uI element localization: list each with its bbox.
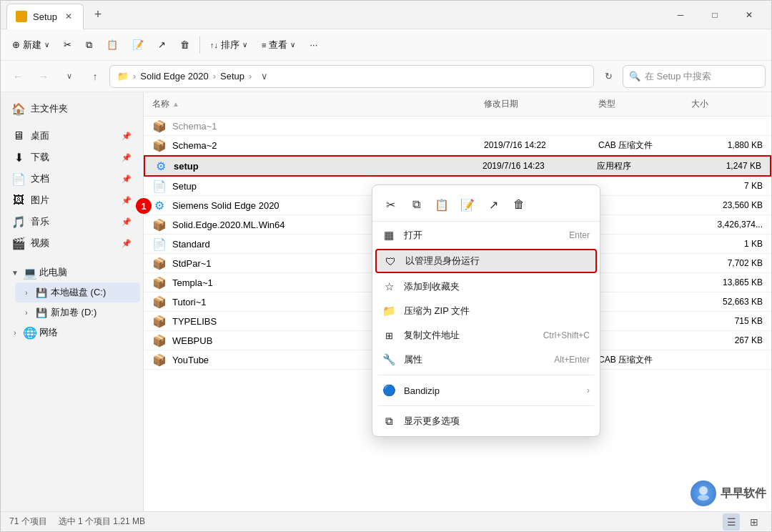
context-menu-toolbar: ✂ ⧉ 📋 📝 ↗ 🗑 bbox=[372, 188, 600, 222]
watermark-logo bbox=[691, 481, 716, 506]
svg-point-0 bbox=[699, 486, 708, 495]
sidebar-item-pictures[interactable]: 🖼 图片 📌 bbox=[4, 189, 140, 211]
sidebar-item-network[interactable]: › 🌐 网络 bbox=[4, 322, 140, 343]
ctx-properties-item[interactable]: 🔧 属性 Alt+Enter bbox=[372, 348, 600, 372]
more-options-button[interactable]: ··· bbox=[304, 36, 323, 54]
copy-button[interactable]: ⧉ bbox=[80, 36, 98, 54]
exe-file-icon: ⚙ bbox=[154, 159, 168, 173]
file-name: Schema~1 bbox=[172, 121, 217, 132]
drive-c-label: 本地磁盘 (C:) bbox=[51, 286, 106, 299]
dropdown-recent-button[interactable]: ∨ bbox=[58, 65, 81, 88]
network-label: 网络 bbox=[39, 326, 58, 339]
ctx-copy-path-item[interactable]: ⊞ 复制文件地址 Ctrl+Shift+C bbox=[372, 323, 600, 348]
new-button[interactable]: ⊕ 新建 ∨ bbox=[6, 35, 55, 55]
col-type-header[interactable]: 类型 bbox=[598, 95, 691, 113]
sort-label: 排序 bbox=[221, 39, 239, 51]
home-icon: 🏠 bbox=[12, 102, 25, 115]
forward-button[interactable]: → bbox=[32, 65, 55, 88]
ctx-run-admin-icon: 🛡 bbox=[384, 255, 397, 267]
file-size: 1,880 KB bbox=[691, 140, 763, 150]
file-name: Siemens Solid Edge 2020 bbox=[172, 200, 279, 211]
tiles-view-button[interactable]: ⊞ bbox=[746, 513, 763, 531]
file-row[interactable]: 📦 Schema~1 bbox=[144, 117, 771, 136]
sidebar-item-drive-d[interactable]: › 💾 新加卷 (D:) bbox=[15, 302, 140, 322]
file-row[interactable]: 📦 Schema~2 2019/7/16 14:22 CAB 压缩文件 1,88… bbox=[144, 136, 771, 155]
refresh-button[interactable]: ↻ bbox=[597, 65, 620, 88]
ctx-separator bbox=[378, 375, 594, 375]
address-path-bar[interactable]: 📁 › Solid Edge 2020 › Setup › ∨ bbox=[109, 65, 594, 88]
ctx-rename-button[interactable]: 📝 bbox=[455, 192, 480, 217]
ctx-copy-button[interactable]: ⧉ bbox=[404, 192, 428, 217]
sidebar-item-this-pc[interactable]: ▼ 💻 此电脑 bbox=[4, 262, 140, 282]
maximize-button[interactable]: □ bbox=[698, 4, 731, 26]
path-segment-1[interactable]: Solid Edge 2020 bbox=[140, 71, 208, 82]
col-size-header[interactable]: 大小 bbox=[691, 95, 763, 113]
ctx-paste-button[interactable]: 📋 bbox=[430, 192, 454, 217]
path-dropdown-button[interactable]: ∨ bbox=[256, 65, 273, 88]
file-size: 267 KB bbox=[691, 335, 763, 345]
col-name-header[interactable]: 名称 ▲ bbox=[152, 95, 484, 113]
file-size: 1 KB bbox=[691, 239, 763, 249]
ctx-share-button[interactable]: ↗ bbox=[481, 192, 505, 217]
sidebar-item-music[interactable]: 🎵 音乐 📌 bbox=[4, 211, 140, 232]
close-button[interactable]: ✕ bbox=[733, 4, 766, 26]
sidebar-item-documents[interactable]: 📄 文档 📌 bbox=[4, 168, 140, 189]
documents-icon: 📄 bbox=[12, 172, 25, 185]
share-icon: ↗ bbox=[158, 39, 166, 50]
file-name-cell: 📦 Schema~1 bbox=[152, 119, 484, 133]
new-label: 新建 bbox=[23, 39, 41, 51]
ctx-compress-item[interactable]: 📁 压缩为 ZIP 文件 bbox=[372, 299, 600, 323]
up-button[interactable]: ↑ bbox=[84, 65, 107, 88]
sidebar-item-desktop[interactable]: 🖥 桌面 📌 bbox=[4, 125, 140, 147]
minimize-button[interactable]: ─ bbox=[664, 4, 697, 26]
watermark-text: 早早软件 bbox=[721, 486, 766, 501]
watermark: 早早软件 bbox=[691, 481, 766, 506]
ctx-run-as-admin-item[interactable]: 🛡 以管理员身份运行 bbox=[375, 249, 597, 273]
sort-button[interactable]: ↑↓ 排序 ∨ bbox=[204, 35, 253, 55]
back-button[interactable]: ← bbox=[6, 65, 29, 88]
ctx-more-options-item[interactable]: ⧉ 显示更多选项 bbox=[372, 409, 600, 433]
ctx-cut-button[interactable]: ✂ bbox=[378, 192, 402, 217]
file-type: CAB 压缩文件 bbox=[598, 139, 691, 152]
ctx-favorite-icon: ☆ bbox=[382, 280, 395, 293]
file-size: 7 KB bbox=[691, 181, 763, 191]
videos-pin-icon: 📌 bbox=[122, 239, 132, 248]
file-row-setup[interactable]: ⚙ setup 2019/7/16 14:23 应用程序 1,247 KB bbox=[144, 155, 771, 177]
view-button[interactable]: ≡ 查看 ∨ bbox=[256, 35, 301, 55]
ctx-delete-button[interactable]: 🗑 bbox=[507, 192, 531, 217]
cab-file-icon: 📦 bbox=[152, 314, 167, 328]
ctx-open-shortcut: Enter bbox=[569, 230, 590, 240]
search-box[interactable]: 🔍 在 Setup 中搜索 bbox=[623, 65, 766, 88]
ctx-bandizip-item[interactable]: 🔵 Bandizip › bbox=[372, 378, 600, 403]
sidebar-item-drive-c[interactable]: › 💾 本地磁盘 (C:) bbox=[15, 282, 140, 302]
home-label: 主文件夹 bbox=[31, 102, 68, 115]
file-name: StdPar~1 bbox=[172, 258, 212, 269]
paste-button[interactable]: 📋 bbox=[101, 36, 124, 54]
window-controls: ─ □ ✕ bbox=[664, 4, 766, 26]
details-view-button[interactable]: ☰ bbox=[723, 513, 740, 531]
cut-button[interactable]: ✂ bbox=[58, 36, 77, 54]
downloads-icon: ⬇ bbox=[12, 151, 25, 164]
drive-d-label: 新加卷 (D:) bbox=[51, 306, 96, 319]
share-button[interactable]: ↗ bbox=[152, 36, 172, 54]
delete-button[interactable]: 🗑 bbox=[174, 36, 195, 54]
view-label: 查看 bbox=[269, 39, 287, 51]
ctx-open-item[interactable]: ▦ 打开 Enter bbox=[372, 223, 600, 247]
drive-d-expand-icon: › bbox=[21, 307, 32, 318]
new-tab-button[interactable]: + bbox=[86, 4, 109, 26]
ctx-properties-shortcut: Alt+Enter bbox=[554, 355, 590, 365]
new-icon: ⊕ bbox=[12, 39, 20, 50]
toolbar: ⊕ 新建 ∨ ✂ ⧉ 📋 📝 ↗ 🗑 ↑↓ 排序 ∨ ≡ 查看 bbox=[1, 29, 771, 61]
address-bar: ← → ∨ ↑ 📁 › Solid Edge 2020 › Setup › ∨ … bbox=[1, 61, 771, 92]
col-date-header[interactable]: 修改日期 bbox=[484, 95, 598, 113]
drive-c-expand-icon: › bbox=[21, 287, 32, 298]
sidebar-item-home[interactable]: 🏠 主文件夹 bbox=[4, 98, 140, 119]
path-segment-2[interactable]: Setup bbox=[220, 71, 244, 82]
active-tab[interactable]: Setup ✕ bbox=[6, 4, 84, 29]
tab-close-button[interactable]: ✕ bbox=[63, 11, 74, 22]
rename-button[interactable]: 📝 bbox=[127, 36, 149, 54]
ctx-add-favorite-item[interactable]: ☆ 添加到收藏夹 bbox=[372, 275, 600, 299]
toolbar-separator bbox=[199, 36, 200, 54]
sidebar-item-downloads[interactable]: ⬇ 下载 📌 bbox=[4, 147, 140, 168]
sidebar-item-videos[interactable]: 🎬 视频 📌 bbox=[4, 232, 140, 254]
